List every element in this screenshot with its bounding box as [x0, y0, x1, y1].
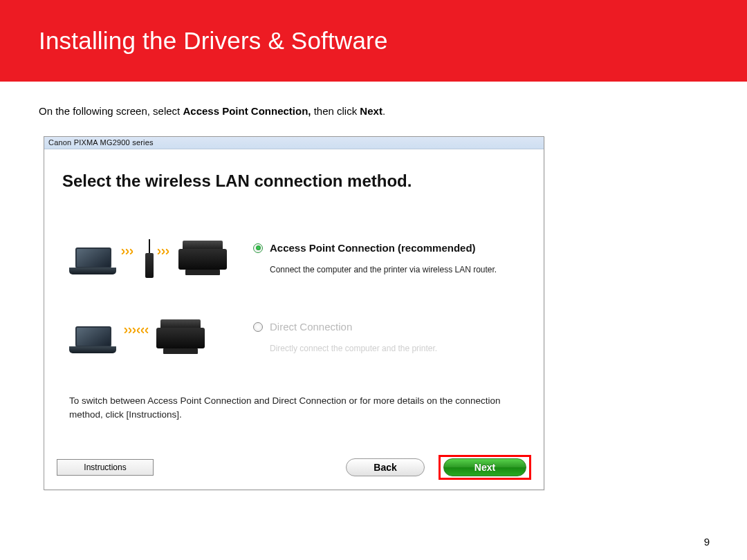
header-banner: Installing the Drivers & Software [0, 0, 747, 82]
option-access-point[interactable]: Access Point Connection (recommended) Co… [44, 232, 544, 292]
wifi-waves-icon [155, 249, 167, 254]
installer-dialog: Canon PIXMA MG2900 series Select the wir… [44, 136, 544, 490]
next-button[interactable]: Next [443, 458, 526, 476]
option-access-point-text: Access Point Connection (recommended) Co… [228, 232, 544, 274]
option-direct-label: Direct Connection [270, 321, 352, 333]
instruction-pre: On the following screen, select [39, 105, 183, 117]
option-access-point-desc: Connect the computer and the printer via… [270, 265, 544, 274]
router-icon [145, 239, 154, 281]
instructions-button[interactable]: Instructions [57, 459, 154, 476]
laptop-icon [69, 248, 118, 281]
switch-note: To switch between Access Point Connectio… [44, 371, 544, 422]
laptop-icon [69, 326, 118, 360]
option-direct-desc: Directly connect the computer and the pr… [270, 344, 544, 353]
option-direct-connection[interactable]: Direct Connection Directly connect the c… [44, 311, 544, 371]
illustration-access-point [69, 232, 228, 292]
illustration-direct [69, 311, 228, 371]
radio-direct[interactable] [253, 322, 263, 332]
instruction-text: On the following screen, select Access P… [39, 105, 747, 117]
radio-access-point[interactable] [253, 243, 263, 253]
wifi-waves-icon [138, 328, 151, 333]
instruction-bold-2: Next [360, 105, 382, 117]
wifi-waves-icon [122, 328, 134, 333]
printer-icon [177, 241, 228, 281]
page-number: 9 [704, 536, 710, 548]
printer-icon [155, 319, 206, 360]
back-button[interactable]: Back [346, 458, 425, 476]
instruction-post: . [382, 105, 385, 117]
instruction-mid: then click [314, 105, 360, 117]
option-direct-text: Direct Connection Directly connect the c… [228, 311, 544, 353]
dialog-body: Select the wireless LAN connection metho… [44, 149, 544, 489]
page-title: Installing the Drivers & Software [39, 27, 388, 55]
option-access-point-label: Access Point Connection (recommended) [270, 242, 476, 254]
next-highlight: Next [439, 455, 531, 480]
dialog-titlebar: Canon PIXMA MG2900 series [44, 137, 544, 149]
instruction-bold-1: Access Point Connection, [183, 105, 313, 117]
dialog-heading: Select the wireless LAN connection metho… [44, 149, 544, 191]
dialog-button-row: Instructions Back Next [44, 456, 544, 478]
wifi-waves-icon [119, 249, 131, 254]
